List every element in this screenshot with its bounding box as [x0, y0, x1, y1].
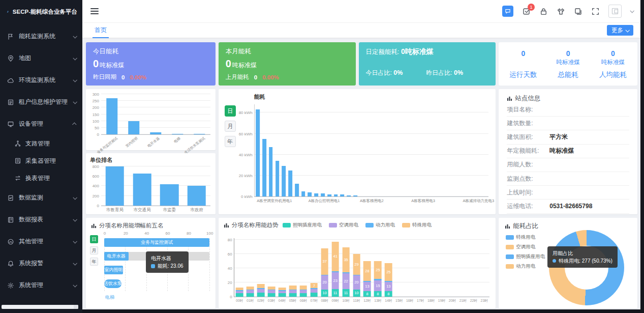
stacked-bar-segment[interactable]: 20 [321, 275, 328, 290]
stacked-bar-segment[interactable] [236, 291, 243, 293]
stacked-bar-segment[interactable]: 11 [342, 289, 350, 297]
stacked-bar-segment[interactable] [289, 293, 297, 297]
bar[interactable] [334, 194, 338, 196]
stacked-bar-segment[interactable] [257, 293, 265, 297]
stacked-bar-segment[interactable] [310, 293, 318, 297]
stacked-bar-segment[interactable]: 8 [363, 291, 371, 297]
sidebar-item-system-alarm[interactable]: 系统报警 [0, 252, 82, 274]
stacked-bar-segment[interactable]: 41 [331, 242, 339, 271]
theme-tshirt-icon[interactable] [557, 7, 565, 16]
chevron-down-icon[interactable] [630, 9, 634, 13]
stacked-bar-segment[interactable]: 10 [353, 290, 360, 297]
bar[interactable] [160, 184, 179, 206]
stacked-bar-segment[interactable]: 25 [374, 261, 382, 279]
stacked-bar-segment[interactable]: 13 [363, 282, 371, 291]
stacked-bar-segment[interactable] [247, 293, 254, 297]
legend-item[interactable]: 动力用电 [506, 263, 545, 270]
stacked-bar-segment[interactable] [385, 281, 392, 281]
legend-item[interactable]: 照明插座用电 [283, 222, 322, 229]
stacked-bar-segment[interactable] [300, 293, 308, 297]
stacked-bar-segment[interactable] [236, 288, 243, 291]
stacked-bar-segment[interactable] [374, 279, 382, 280]
stacked-bar-segment[interactable]: 8 [374, 291, 382, 297]
stacked-bar-segment[interactable]: 7 [310, 283, 318, 288]
menu-toggle-icon[interactable] [90, 8, 99, 14]
legend-item[interactable]: 动力用电 [365, 222, 395, 229]
sidebar-item-system-management[interactable]: 系统管理 [0, 274, 82, 296]
stacked-bar-segment[interactable]: 37 [321, 248, 328, 275]
bar[interactable] [133, 174, 151, 206]
bar[interactable] [269, 147, 273, 196]
toggle-day[interactable]: 日 [90, 235, 98, 243]
bar[interactable] [327, 194, 331, 196]
stacked-bar-segment[interactable] [279, 290, 286, 291]
stacked-bar-segment[interactable]: 29 [353, 254, 360, 275]
bar[interactable] [107, 98, 117, 134]
stacked-bar-segment[interactable] [279, 291, 286, 293]
stacked-bar-segment[interactable] [279, 288, 286, 291]
legend-item[interactable]: 特殊用电 [402, 222, 432, 229]
bar[interactable]: 业务与监控测试 [104, 238, 209, 247]
stacked-bar-segment[interactable]: 8 [385, 291, 392, 297]
sidebar-horizontal-scrollbar[interactable] [2, 305, 78, 309]
legend-item[interactable]: 空调用电 [329, 222, 358, 229]
sidebar-item-data-reports[interactable]: 数据报表 [0, 209, 82, 231]
sidebar-item-environment-monitoring[interactable]: 环境监测系统 [0, 69, 82, 91]
stacked-bar-segment[interactable] [353, 275, 360, 275]
energy-share-donut[interactable] [549, 230, 624, 305]
stacked-bar-segment[interactable]: 15 [374, 280, 382, 291]
legend-item[interactable]: 特殊用电 [506, 234, 545, 241]
stacked-bar-segment[interactable]: 23 [331, 272, 339, 289]
stacked-bar-segment[interactable]: 10 [321, 290, 328, 297]
stacked-bar-segment[interactable] [236, 293, 243, 297]
stacked-bar-segment[interactable] [236, 290, 243, 291]
bar[interactable] [256, 109, 260, 196]
stacked-bar-segment[interactable] [257, 289, 265, 293]
legend-item[interactable]: 照明插座用电 [506, 253, 545, 260]
stacked-bar-segment[interactable]: 35 [342, 247, 350, 272]
bar[interactable] [188, 186, 206, 206]
toggle-month[interactable]: 月 [90, 246, 98, 254]
bar[interactable] [106, 166, 125, 206]
lock-icon[interactable] [539, 7, 548, 16]
bar[interactable] [353, 195, 357, 196]
sidebar-subitem-branch-management[interactable]: 支路管理 [0, 135, 82, 152]
bar[interactable]: 电开水器 [104, 252, 129, 261]
stacked-bar-segment[interactable] [268, 290, 275, 290]
stacked-bar-segment[interactable]: 20 [353, 275, 360, 290]
stacked-bar-segment[interactable] [321, 275, 328, 275]
stacked-bar-segment[interactable]: 28 [363, 261, 371, 281]
stacked-bar-segment[interactable] [279, 293, 286, 297]
bar[interactable] [308, 192, 312, 196]
bar[interactable] [172, 134, 183, 134]
stacked-bar-segment[interactable] [342, 272, 350, 273]
stacked-bar-segment[interactable] [257, 284, 265, 288]
stacked-bar-segment[interactable]: 11 [331, 289, 339, 297]
stacked-bar-segment[interactable] [268, 293, 275, 297]
bar[interactable] [288, 170, 292, 196]
toggle-month[interactable]: 月 [225, 121, 236, 132]
sidebar-item-other-management[interactable]: 其他管理 [0, 231, 82, 252]
bar[interactable] [347, 195, 351, 196]
stacked-bar-segment[interactable] [331, 271, 339, 273]
stacked-bar-segment[interactable] [247, 287, 254, 290]
sidebar-item-tenant-management[interactable]: 租户信息维护管理 [0, 91, 82, 113]
stacked-bar-segment[interactable] [300, 286, 308, 290]
bar[interactable] [150, 132, 161, 134]
stacked-bar-segment[interactable] [257, 288, 265, 289]
bar[interactable]: 室内照明 [104, 266, 123, 274]
stacked-bar-segment[interactable]: 13 [385, 282, 392, 291]
sidebar-item-data-monitoring[interactable]: 数据监测 [0, 187, 82, 209]
bar[interactable] [129, 121, 139, 134]
notification-button[interactable]: 1 [522, 7, 531, 16]
stacked-bar-segment[interactable]: 25 [385, 263, 392, 281]
stacked-bar-segment[interactable] [289, 286, 297, 290]
bar[interactable] [314, 193, 318, 196]
stacked-bar-segment[interactable] [289, 290, 297, 290]
stacked-bar-segment[interactable] [300, 290, 308, 293]
copy-pages-icon[interactable] [574, 7, 582, 16]
message-button[interactable] [502, 6, 513, 17]
sidebar-subitem-meter-swap-management[interactable]: 换表管理 [0, 169, 82, 187]
bar[interactable] [282, 166, 286, 196]
fullscreen-icon[interactable] [591, 7, 600, 16]
